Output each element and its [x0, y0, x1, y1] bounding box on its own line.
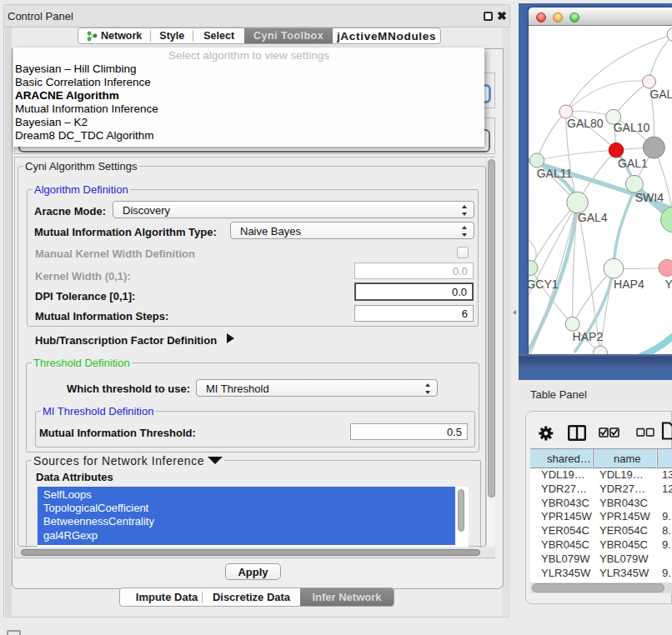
- svg-text:GAL10: GAL10: [614, 121, 650, 134]
- svg-text:GAL80: GAL80: [567, 117, 604, 130]
- svg-text:HAP2: HAP2: [573, 330, 604, 343]
- svg-text:HAP4: HAP4: [614, 278, 644, 291]
- svg-text:GCY1: GCY1: [529, 278, 559, 291]
- svg-text:GAL4: GAL4: [578, 211, 608, 224]
- svg-text:GAL7: GAL7: [649, 88, 672, 101]
- svg-text:SWI4: SWI4: [635, 191, 664, 204]
- svg-text:GAL11: GAL11: [537, 167, 573, 180]
- svg-text:Y: Y: [664, 278, 672, 291]
- svg-text:GAL1: GAL1: [618, 157, 648, 170]
